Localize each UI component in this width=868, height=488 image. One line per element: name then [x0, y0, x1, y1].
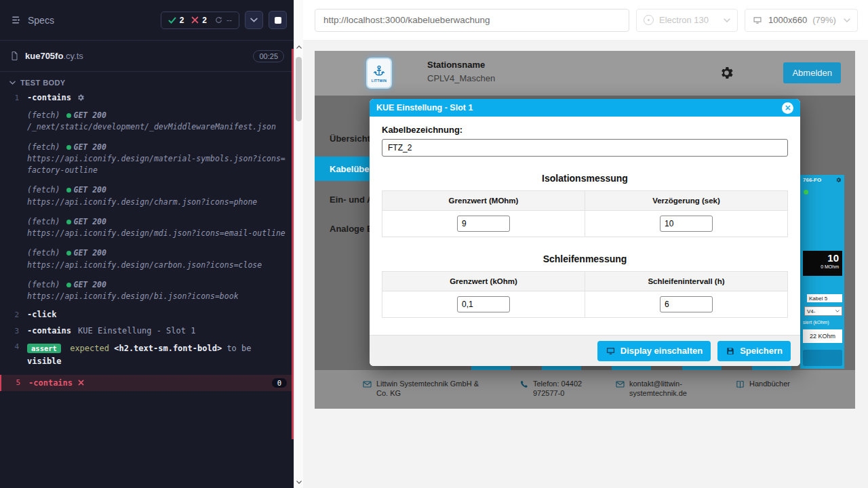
display-on-label: Display einschalten	[620, 346, 703, 356]
stat-pending: --	[214, 16, 232, 25]
network-log[interactable]: (fetch)GET 200 /_next/static/development…	[0, 106, 294, 138]
fetch-label: (fetch)	[27, 248, 60, 258]
card-measure-display: 10 0 MOhm	[803, 251, 842, 276]
assert-mid: to be	[226, 344, 251, 353]
pending-count: --	[226, 16, 232, 25]
col-header-loop-interval: Schleifenintervall (h)	[585, 272, 788, 291]
command-row-contains-failed[interactable]: 5 contains 0	[0, 375, 294, 391]
status-dot	[66, 188, 71, 192]
status-dot	[66, 283, 71, 287]
email-icon	[615, 380, 625, 389]
loop-limit-input[interactable]	[457, 296, 510, 312]
card-status-dot	[804, 190, 808, 195]
collapse-all-button[interactable]	[245, 11, 263, 29]
card-note: siert (kOhm)	[803, 320, 829, 325]
status-dot	[66, 220, 71, 224]
footer-phone: Telefon: 04402 972577-0	[519, 379, 608, 398]
fetch-label: (fetch)	[27, 142, 60, 152]
network-log[interactable]: (fetch)GET 200 https://api.iconify.desig…	[0, 275, 294, 307]
command-row-click[interactable]: 2 click	[0, 306, 294, 323]
assert-badge: assert	[27, 344, 61, 353]
command-row-contains-1[interactable]: 1 contains	[0, 89, 294, 106]
display-on-button[interactable]: Display einschalten	[597, 341, 711, 361]
display-icon	[606, 346, 616, 356]
scroll-down-arrow[interactable]	[294, 477, 303, 487]
command-number: 4	[0, 342, 19, 351]
network-log[interactable]: (fetch)GET 200 https://api.iconify.desig…	[0, 138, 294, 181]
suite-label: TEST BODY	[20, 79, 66, 87]
logo-text: LITTWIN	[372, 79, 387, 83]
col-header-delay-sec: Verzögerung (sek)	[585, 191, 788, 211]
close-icon	[785, 105, 791, 110]
settings-gear-icon[interactable]	[719, 65, 734, 81]
browser-select[interactable]: Electron 130	[636, 9, 738, 32]
cypress-reporter: Specs 2 2 --	[0, 0, 294, 488]
viewport-zoom: (79%)	[812, 15, 836, 25]
specs-toggle[interactable]: Specs	[11, 14, 54, 26]
loop-interval-input[interactable]	[660, 296, 713, 312]
station-name: CPLV4_Maschen	[427, 73, 495, 83]
scroll-up-arrow[interactable]	[294, 42, 303, 52]
url-input[interactable]	[315, 9, 629, 32]
command-name: click	[27, 310, 56, 319]
spec-basename: kue705fo	[25, 51, 63, 61]
suite-toggle[interactable]: TEST BODY	[0, 72, 294, 89]
app-footer: Littwin Systemtechnik GmbH & Co. KG Tele…	[315, 370, 855, 409]
spec-name: kue705fo.cy.ts	[25, 51, 83, 61]
spec-file[interactable]: kue705fo.cy.ts 00:25	[0, 41, 294, 72]
status-dot	[66, 113, 71, 118]
network-log[interactable]: (fetch)GET 200 https://api.iconify.desig…	[0, 243, 294, 275]
card-readout: 22 KOhm	[803, 329, 842, 343]
fetch-url: /_next/static/development/_devMiddleware…	[27, 121, 285, 133]
footer-company: Littwin Systemtechnik GmbH & Co. KG	[362, 379, 484, 398]
scrollbar-thumb[interactable]	[296, 57, 302, 121]
electron-icon	[644, 15, 654, 25]
card-settings-button[interactable]	[803, 350, 842, 366]
fetch-url: https://api.iconify.design/bi.json?icons…	[27, 291, 285, 302]
cable-select[interactable]: V4-	[804, 306, 842, 316]
assert-message: assert expected <h2.text-sm.font-bold> t…	[27, 342, 287, 368]
failed-count: 2	[202, 16, 207, 25]
chevron-down-icon	[724, 18, 730, 22]
dialog-close-button[interactable]	[782, 102, 793, 114]
spec-extension: .cy.ts	[63, 51, 83, 61]
save-floppy-icon	[726, 346, 735, 356]
save-button[interactable]: Speichern	[717, 341, 791, 361]
chevron-down-icon	[250, 18, 258, 22]
cable-designation-input[interactable]	[382, 139, 788, 157]
isolation-table: Grenzwert (MOhm) Verzögerung (sek)	[382, 190, 788, 237]
dialog-footer: Display einschalten Speichern	[370, 335, 800, 366]
anchor-icon	[372, 64, 386, 78]
viewport-size: 1000x660	[768, 15, 807, 25]
network-log[interactable]: (fetch)GET 200 https://api.iconify.desig…	[0, 180, 294, 212]
phone-icon	[519, 380, 529, 389]
fetch-status: GET 200	[73, 217, 106, 226]
command-options-gear-icon	[77, 94, 85, 102]
assert-expected: expected	[70, 344, 109, 353]
command-name: contains	[27, 93, 71, 102]
command-row-contains-3[interactable]: 3 contains KUE Einstellung - Slot 1	[0, 323, 294, 339]
network-log[interactable]: (fetch)GET 200 https://api.iconify.desig…	[0, 212, 294, 244]
stat-failed: 2	[191, 16, 207, 25]
command-row-assert[interactable]: 4 assert expected <h2.text-sm.font-bold>…	[0, 339, 294, 371]
chevron-down-icon	[844, 18, 850, 22]
passed-count: 2	[180, 16, 184, 25]
stop-run-button[interactable]	[269, 11, 287, 29]
card-title: 766-FO	[803, 177, 821, 183]
fetch-status: GET 200	[73, 280, 106, 289]
footer-manuals[interactable]: Handbücher	[735, 379, 816, 389]
test-stats: 2 2 --	[161, 12, 239, 29]
dialog-title: KUE Einstellung - Slot 1	[376, 103, 473, 113]
isolation-heading: Isolationsmessung	[382, 173, 788, 184]
reporter-scrollbar[interactable]	[294, 0, 303, 488]
specs-list-icon	[11, 14, 22, 26]
fetch-label: (fetch)	[27, 110, 60, 120]
table-cell	[382, 291, 585, 318]
chevron-up-icon	[296, 45, 302, 49]
logout-button[interactable]: Abmelden	[783, 62, 841, 83]
isolation-delay-input[interactable]	[660, 216, 713, 232]
status-dot	[66, 145, 71, 150]
station-info: Stationsname CPLV4_Maschen	[427, 60, 495, 83]
viewport-select[interactable]: 1000x660 (79%)	[745, 9, 858, 32]
isolation-limit-input[interactable]	[457, 216, 510, 232]
